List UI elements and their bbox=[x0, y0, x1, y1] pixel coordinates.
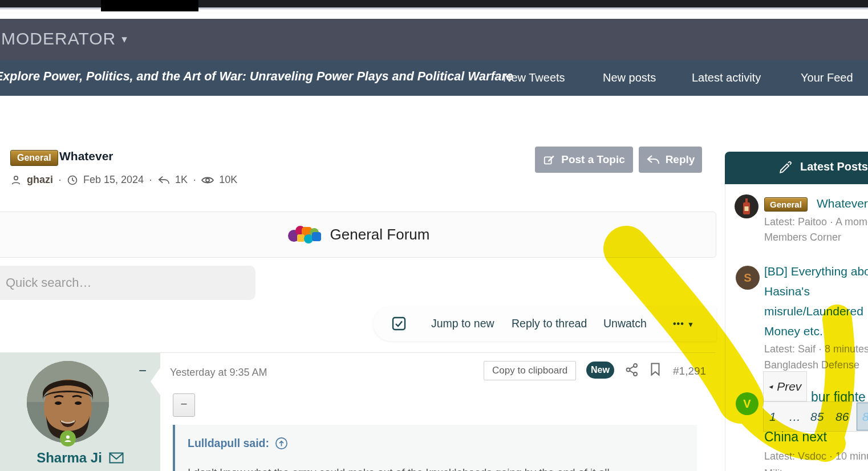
page-link[interactable]: 86 bbox=[835, 410, 849, 424]
author-name-text: Sharma Ji bbox=[36, 450, 102, 466]
pencil-icon bbox=[778, 160, 793, 175]
thread-date: Feb 15, 2024 bbox=[83, 174, 144, 186]
user-icon bbox=[10, 174, 22, 186]
online-user-icon bbox=[63, 434, 72, 443]
sidebar-forum-name[interactable]: Military bbox=[764, 468, 797, 471]
sidebar-latest-line[interactable]: Latest: Saif · 8 minutes ago bbox=[764, 343, 868, 355]
speech-bubble-arrow bbox=[151, 368, 160, 395]
quote-block: Lulldapull said: I don't know what the a… bbox=[173, 425, 697, 471]
replies-icon bbox=[157, 174, 170, 186]
avatar[interactable]: V bbox=[736, 392, 759, 415]
redacted-block bbox=[101, 0, 198, 11]
sidebar-thread-title[interactable]: Whatever bbox=[817, 197, 868, 210]
latest-posts-title: Latest Posts bbox=[800, 160, 868, 173]
edit-icon bbox=[543, 153, 555, 166]
envelope-icon[interactable] bbox=[109, 452, 124, 464]
reply-button[interactable]: Reply bbox=[639, 147, 702, 173]
clock-icon bbox=[67, 174, 78, 186]
expand-quote-icon[interactable] bbox=[275, 437, 288, 450]
quote-attribution-row: Lulldapull said: bbox=[188, 437, 684, 450]
meta-sep: · bbox=[193, 174, 196, 186]
sidebar-thread-title-line[interactable]: China next bbox=[764, 429, 827, 445]
page-ellipsis: … bbox=[789, 410, 801, 424]
online-status-badge bbox=[60, 431, 76, 446]
forum-page: MODERATOR ▾ Explore Power, Politics, and… bbox=[0, 0, 868, 471]
current-page[interactable]: 87 bbox=[857, 403, 868, 431]
prev-label: Prev bbox=[777, 380, 801, 393]
sidebar-latest-line[interactable]: Latest: Vsdoc · 10 minutes ago bbox=[764, 450, 868, 462]
sidebar-latest-line[interactable]: Latest: Paitoo · A moment ago bbox=[764, 216, 868, 228]
forum-tagline: Explore Power, Politics, and the Art of … bbox=[0, 70, 513, 84]
post-a-topic-button[interactable]: Post a Topic bbox=[535, 147, 633, 173]
thread-toolbar: Jump to new Reply to thread Unwatch ••• … bbox=[374, 307, 716, 341]
moderator-bar: MODERATOR ▾ bbox=[0, 19, 868, 60]
pagination-row: 1 … 85 86 87 bbox=[763, 401, 868, 432]
nav-your-feed[interactable]: Your Feed bbox=[801, 71, 853, 84]
moderator-label: MODERATOR bbox=[1, 29, 116, 48]
post-timestamp[interactable]: Yesterday at 9:35 AM bbox=[170, 367, 267, 379]
sidebar-thread-title-line[interactable]: misrule/Laundered bbox=[764, 304, 863, 318]
meta-sep: · bbox=[149, 174, 152, 186]
post-number-link[interactable]: #1,291 bbox=[673, 365, 706, 377]
category-badge[interactable]: General bbox=[764, 197, 808, 212]
quote-body-text: I don't know what the army could make ou… bbox=[188, 466, 678, 471]
bookmark-icon[interactable] bbox=[650, 362, 661, 376]
reply-count: 1K bbox=[175, 174, 188, 186]
quote-attribution[interactable]: Lulldapull said: bbox=[188, 437, 269, 450]
more-options-button[interactable]: ••• ▾ bbox=[673, 319, 693, 329]
page-link[interactable]: 1 bbox=[769, 410, 776, 424]
thread-author[interactable]: ghazi bbox=[27, 174, 53, 186]
nav-latest-activity[interactable]: Latest activity bbox=[692, 71, 761, 84]
unwatch-link[interactable]: Unwatch bbox=[603, 317, 647, 330]
caret-down-icon: ▾ bbox=[121, 33, 128, 46]
avatar[interactable]: S bbox=[736, 266, 760, 290]
copy-to-clipboard-button[interactable]: Copy to clipboard bbox=[484, 361, 576, 380]
caret-down-icon: ▾ bbox=[689, 320, 693, 328]
pagination-prev-button[interactable]: ◂ Prev bbox=[763, 371, 807, 401]
latest-posts-widget: Latest Posts General Whatever Latest: Pa… bbox=[725, 152, 868, 471]
forum-banner-title: General Forum bbox=[330, 226, 430, 243]
main-navbar: Explore Power, Politics, and the Art of … bbox=[0, 60, 868, 96]
nav-new-tweets[interactable]: New Tweets bbox=[503, 71, 565, 84]
sidebar-forum-name[interactable]: Members Corner bbox=[764, 232, 841, 243]
search-input[interactable] bbox=[0, 275, 255, 290]
avatar[interactable] bbox=[735, 194, 759, 218]
category-badge[interactable]: General bbox=[10, 150, 58, 166]
prev-triangle-icon: ◂ bbox=[769, 382, 773, 391]
select-all-checkbox-icon[interactable] bbox=[391, 316, 407, 331]
nav-new-posts[interactable]: New posts bbox=[603, 71, 656, 84]
latest-posts-header: Latest Posts bbox=[725, 152, 868, 184]
sidebar-thread-title-line[interactable]: [BD] Everything about bbox=[764, 265, 868, 278]
quick-search bbox=[0, 266, 255, 300]
sidebar-forum-name[interactable]: Bangladesh Defense bbox=[764, 359, 859, 371]
reply-label: Reply bbox=[666, 153, 695, 166]
ellipsis-icon: ••• bbox=[673, 319, 684, 329]
share-icon[interactable] bbox=[625, 363, 639, 377]
post-author-name[interactable]: Sharma Ji bbox=[0, 450, 160, 466]
thread-meta: ghazi · Feb 15, 2024 · 1K · 10K bbox=[10, 174, 237, 186]
page-link[interactable]: 85 bbox=[810, 410, 824, 424]
thread-title: Whatever bbox=[59, 149, 113, 163]
reply-to-thread-link[interactable]: Reply to thread bbox=[512, 317, 587, 330]
post-a-topic-label: Post a Topic bbox=[561, 153, 625, 166]
quote-collapse-button[interactable]: – bbox=[173, 393, 195, 417]
bottle-avatar-icon bbox=[741, 198, 752, 215]
sidebar-thread-title-line[interactable]: Hasina's bbox=[764, 285, 810, 298]
forum-banner[interactable]: General Forum bbox=[0, 212, 716, 258]
moderator-dropdown[interactable]: MODERATOR ▾ bbox=[1, 29, 128, 48]
views-icon bbox=[201, 175, 214, 185]
chat-bubbles-logo-icon bbox=[287, 225, 320, 245]
post-collapse-button[interactable]: − bbox=[139, 363, 147, 379]
meta-sep: · bbox=[58, 174, 62, 186]
new-badge: New bbox=[586, 362, 614, 379]
view-count: 10K bbox=[219, 174, 237, 186]
reply-icon bbox=[646, 153, 660, 166]
jump-to-new-link[interactable]: Jump to new bbox=[431, 317, 494, 330]
sidebar-thread-title-line[interactable]: Money etc. bbox=[764, 324, 823, 338]
